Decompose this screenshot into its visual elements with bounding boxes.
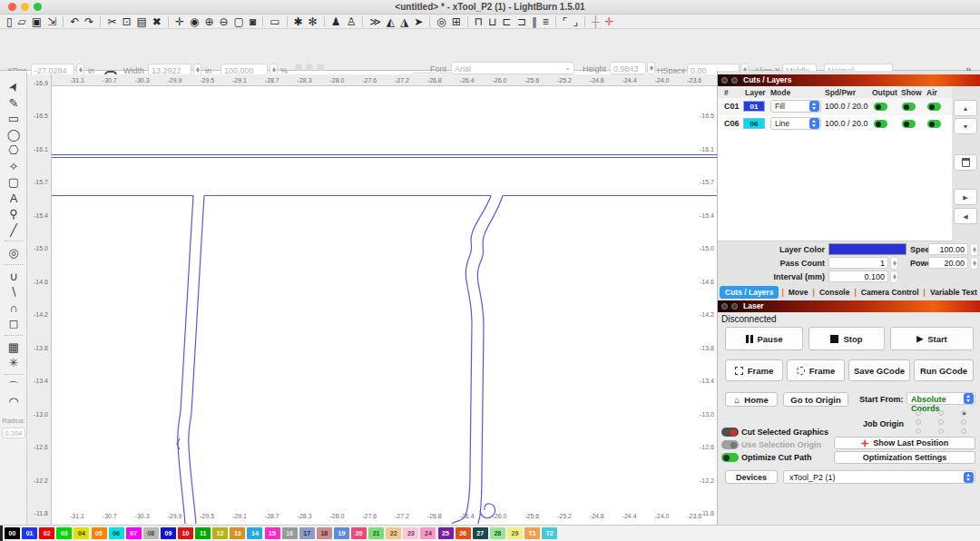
mode-select[interactable]: Fill [770, 100, 821, 113]
corner-tool-icon[interactable]: ◠ [0, 395, 27, 408]
anchor-dot[interactable] [317, 64, 324, 71]
palette-chip-T2[interactable]: T2 [542, 527, 557, 539]
palette-chip-06[interactable]: 06 [109, 527, 124, 539]
job-origin-radio[interactable] [916, 419, 921, 425]
align-left-icon[interactable]: ⊏ [500, 15, 514, 28]
move-cross-icon[interactable]: ┼ [589, 15, 603, 28]
air-toggle[interactable] [927, 120, 941, 128]
optimize-cut-path-toggle[interactable] [721, 453, 739, 462]
offset-shapes-icon[interactable]: ◎ [0, 246, 27, 260]
machine-tools-icon[interactable]: ✻ [306, 15, 320, 28]
pass-count-field[interactable]: 1 [828, 257, 888, 269]
draw-lines-icon[interactable]: ✎ [0, 96, 27, 110]
copy-icon[interactable]: ⊡ [119, 15, 133, 28]
settings-gear-icon[interactable]: ✱ [291, 15, 306, 28]
layer-row[interactable]: C0101Fill100.0 / 20.0 [718, 98, 952, 115]
cut-selected-toggle[interactable] [721, 428, 739, 437]
frame-tool-icon[interactable]: ▢ [0, 175, 27, 189]
flip-horizontal-icon[interactable]: ◭ [384, 15, 397, 28]
save-gcode-button[interactable]: Save GCode [848, 359, 910, 381]
grid-array-icon[interactable]: ▦ [0, 340, 27, 354]
job-origin-radio[interactable] [916, 410, 921, 416]
palette-chip-26[interactable]: 26 [456, 527, 471, 539]
home-button[interactable]: ⌂Home [725, 392, 778, 407]
import-file-icon[interactable]: ⇲ [44, 15, 59, 28]
fillet-tool-icon[interactable]: ⌒ [0, 379, 27, 396]
align-right-icon[interactable]: ⊐ [514, 15, 529, 28]
laser-help-icon[interactable] [731, 303, 738, 310]
palette-chip-08[interactable]: 08 [143, 527, 159, 539]
user-icon[interactable]: ♙ [343, 15, 358, 28]
layer-color-chip[interactable]: 01 [743, 101, 765, 112]
preview-icon[interactable]: ▭ [267, 15, 282, 28]
start-from-select[interactable]: Absolute Coords [906, 392, 975, 405]
radius-input[interactable]: 0.394 [2, 428, 25, 438]
tab-move[interactable]: Move [787, 286, 810, 299]
distribute-h-icon[interactable]: ∥ [529, 15, 540, 28]
palette-chip-25[interactable]: 25 [438, 527, 454, 539]
position-laser-icon[interactable]: ⚲ [0, 207, 27, 221]
tab-cuts-layers[interactable]: Cuts / Layers [720, 286, 779, 299]
anchor-dot[interactable] [306, 64, 313, 71]
power-max-stepper[interactable] [970, 257, 978, 270]
redo-icon[interactable]: ↷ [82, 15, 96, 28]
palette-chip-07[interactable]: 07 [126, 527, 142, 539]
distribute-v-icon[interactable]: ≡ [540, 15, 552, 28]
open-file-icon[interactable]: ▱ [15, 15, 29, 28]
palette-chip-15[interactable]: 15 [265, 527, 280, 539]
palette-chip-14[interactable]: 14 [247, 527, 262, 539]
layer-delete-button[interactable] [954, 154, 977, 171]
ellipse-tool-icon[interactable]: ◯ [0, 128, 27, 142]
frame-rect-button[interactable]: Frame [725, 359, 783, 381]
layer-right-button[interactable]: ▶ [954, 189, 977, 205]
layer-down-button[interactable]: ▼ [954, 118, 977, 134]
show-toggle[interactable] [902, 120, 916, 128]
cut-icon[interactable]: ✂ [104, 15, 119, 28]
tab-console[interactable]: Console [818, 286, 852, 299]
anchor-dot[interactable] [295, 64, 302, 71]
pass-count-stepper[interactable] [890, 257, 898, 270]
speed-stepper[interactable] [970, 243, 978, 256]
save-file-icon[interactable]: ▣ [29, 15, 44, 28]
flip-vertical-icon[interactable]: ◮ [397, 15, 411, 28]
palette-chip-27[interactable]: 27 [473, 527, 488, 539]
tab-camera-control[interactable]: Camera Control [859, 286, 921, 299]
output-toggle[interactable] [874, 120, 887, 128]
job-origin-radio[interactable] [916, 428, 921, 434]
palette-chip-16[interactable]: 16 [282, 527, 298, 539]
palette-chip-00[interactable]: 00 [5, 527, 20, 539]
laser-close-icon[interactable] [721, 303, 728, 310]
paste-icon[interactable]: ▤ [134, 15, 150, 28]
palette-chip-09[interactable]: 09 [161, 527, 176, 539]
font-height-field[interactable]: 0.9843 [610, 62, 646, 74]
panel-help-icon[interactable] [731, 77, 738, 84]
devices-button[interactable]: Devices [725, 470, 778, 484]
palette-chip-01[interactable]: 01 [22, 527, 37, 539]
job-origin-grid[interactable] [916, 410, 977, 438]
frame-circle-button[interactable]: Frame [787, 359, 845, 381]
multi-user-icon[interactable]: ♟ [328, 15, 344, 28]
interval-stepper[interactable] [890, 270, 898, 283]
power-max-field[interactable]: 20.00 [928, 257, 968, 269]
layer-color-chip[interactable]: 06 [743, 118, 765, 129]
goto-origin-button[interactable]: Go to Origin [783, 392, 848, 407]
palette-chip-17[interactable]: 17 [299, 527, 315, 539]
palette-chip-03[interactable]: 03 [56, 527, 72, 539]
palette-chip-13[interactable]: 13 [230, 527, 245, 539]
palette-chip-T1[interactable]: T1 [524, 527, 540, 539]
layer-up-button[interactable]: ▲ [954, 100, 977, 116]
speed-field[interactable]: 100.00 [928, 243, 968, 255]
rectangle-tool-icon[interactable]: ▭ [0, 112, 27, 125]
panel-close-icon[interactable] [721, 77, 728, 84]
palette-chip-23[interactable]: 23 [403, 527, 418, 539]
use-selection-origin-toggle[interactable] [721, 440, 739, 449]
zoom-all-icon[interactable]: ◉ [187, 15, 201, 28]
palette-chip-04[interactable]: 04 [74, 527, 89, 539]
zoom-in-icon[interactable]: ⊕ [201, 15, 216, 28]
palette-chip-05[interactable]: 05 [92, 527, 107, 539]
boolean-intersect-icon[interactable]: ∩ [0, 301, 27, 315]
zoom-out-icon[interactable]: ⊖ [217, 15, 231, 28]
palette-chip-24[interactable]: 24 [420, 527, 436, 539]
show-toggle[interactable] [902, 103, 916, 111]
align-bottom-icon[interactable]: ⊔ [485, 15, 499, 28]
